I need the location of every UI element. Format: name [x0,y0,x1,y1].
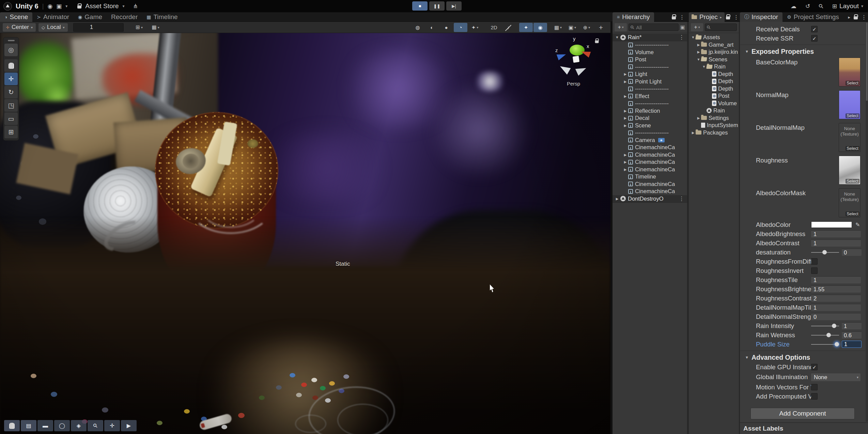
tab-recorder[interactable]: Recorder [107,12,142,22]
search-icon[interactable]: ⚲ [818,3,825,10]
hierarchy-item[interactable]: ▶ CinemachineCa [613,151,687,159]
tab-project-settings[interactable]: ⚙ Project Settings [782,12,843,22]
project-item[interactable]: ▼ Rain [689,63,739,71]
project-item[interactable]: ▶ Packages [689,129,739,137]
scene-visibility-toggle[interactable]: ◉ [533,23,547,32]
expand-arrow[interactable]: ▶ [696,43,701,47]
stop-button[interactable]: ■ [412,1,428,11]
hierarchy-item[interactable]: ▶ CinemachineCa [613,166,687,173]
expand-arrow[interactable]: ▶ [623,160,628,164]
slider-knob[interactable] [832,324,836,328]
hierarchy-item[interactable]: ▶ Reflection [613,107,687,115]
hierarchy-item[interactable]: CinemachineCa [613,144,687,151]
expand-arrow[interactable]: ▶ [623,94,628,98]
color-swatch[interactable] [811,221,852,228]
hierarchy-item[interactable]: Post [613,56,687,63]
slider-value-field[interactable] [842,341,862,348]
hierarchy-item[interactable]: ------------------ [613,63,687,71]
orientation-gizmo[interactable]: y x z Persp [555,35,600,90]
project-menu-icon[interactable]: ⋮ [733,14,739,20]
tool-pivot-dropdown[interactable]: ✛ Center ▾ [3,23,36,32]
layers-tool-button[interactable]: ◈ [71,420,87,431]
property-slider[interactable] [811,341,839,348]
rect-tool[interactable]: ▭ [4,112,18,125]
gizmo-lock-icon[interactable] [595,40,599,43]
project-item[interactable]: ▶ jp.keijiro.kin [689,48,739,56]
expand-arrow[interactable]: ▶ [696,50,701,54]
hierarchy-item[interactable]: CinemachineCa [613,181,687,188]
select-label[interactable]: Select [846,146,859,151]
expand-arrow[interactable]: ▶ [623,80,628,83]
detailnormalmap-thumbnail[interactable]: None (Texture) Select [839,123,861,152]
exposed-properties-header[interactable]: ▼ Exposed Properties [740,46,865,57]
project-create-button[interactable]: + ▾ [691,23,703,31]
pan-tool-button[interactable] [4,420,20,431]
property-checkbox[interactable] [811,267,818,274]
account-icon[interactable]: ◉ [47,3,52,9]
account-dropdown-caret[interactable]: ▾ [65,4,67,9]
project-item[interactable]: Depth [689,71,739,78]
grid-snap-toggle[interactable]: ⊞ ▾ [133,23,146,32]
x-axis-cone[interactable] [580,49,591,58]
project-search[interactable]: ⚲ [705,24,737,31]
property-checkbox[interactable] [811,384,818,390]
slider-value-field[interactable] [842,249,862,256]
advanced-options-header[interactable]: ▼ Advanced Options [740,352,865,362]
number-field[interactable] [811,239,861,247]
move-tool-button[interactable]: ✛ [104,420,120,431]
expand-arrow[interactable]: ▼ [696,58,701,61]
project-item[interactable]: ▶ Settings [689,114,739,122]
hierarchy-item[interactable]: ------------------ [613,129,687,137]
scene-menu-icon[interactable]: ⋮ [679,34,685,41]
property-checkbox[interactable] [811,35,818,42]
clapper-tool-button[interactable]: ▬ [37,420,53,431]
slider-knob[interactable] [826,333,831,337]
property-slider[interactable] [811,331,839,339]
gizmo-center-cube[interactable] [573,56,579,63]
scale-tool[interactable]: ◳ [4,99,18,112]
select-label[interactable]: Select [846,81,859,86]
inspector-lock-icon[interactable] [854,16,858,19]
expand-arrow[interactable]: ▶ [623,109,628,113]
select-label[interactable]: Select [846,212,859,216]
draw-mode-wireframe-icon[interactable]: ◍ [411,23,424,32]
property-checkbox[interactable] [811,26,818,32]
hierarchy-item[interactable]: Volume [613,49,687,56]
project-lock-icon[interactable] [726,16,730,19]
camera-overlay-dropdown[interactable]: ▣ ▾ [565,23,579,32]
select-label[interactable]: Select [846,113,859,118]
asset-store-menu[interactable]: Asset Store [85,2,119,10]
grid-overlay-dropdown[interactable]: ▦ ▾ [551,23,565,32]
add-overlay-button[interactable]: + [594,23,608,32]
project-item[interactable]: InputSystem [689,122,739,129]
dontdestroy-header-row[interactable]: ▶ DontDestroyO ⋮ [613,195,687,203]
property-checkbox[interactable] [811,364,818,370]
slider-knob[interactable] [822,250,827,254]
number-field[interactable] [811,304,861,311]
scene-header-row[interactable]: ▼ Rain* ⋮ [613,34,687,41]
expand-arrow[interactable]: ▶ [623,153,628,157]
tab-game[interactable]: ◉ Game [74,12,107,22]
hierarchy-item[interactable]: ▶ Decal [613,114,687,122]
hierarchy-item[interactable]: CinemachineCa [613,188,687,195]
project-item[interactable]: Depth [689,78,739,85]
tab-scene[interactable]: ◑ Scene [0,12,32,22]
project-search-input[interactable] [712,24,735,31]
scene-foldout[interactable]: ▼ [615,35,620,39]
asset-store-caret[interactable]: ▾ [123,4,125,9]
desaturation-slider[interactable] [811,249,839,256]
project-item[interactable]: Rain [689,107,739,114]
hierarchy-item[interactable]: ▶ Light [613,71,687,78]
hierarchy-item[interactable]: Camera ◉ [613,137,687,144]
move-tool[interactable]: ✛ [4,73,18,85]
number-field[interactable] [811,276,861,283]
select-label[interactable]: Select [846,179,859,184]
tab-animator[interactable]: ≻ Animator [32,12,74,22]
slider-value-field[interactable] [842,322,862,329]
project-item[interactable]: Post [689,92,739,100]
hierarchy-item[interactable]: ▶ Point Light [613,78,687,86]
axis-y-label[interactable]: y [573,36,576,42]
effects-toggle[interactable]: ✦ [519,23,533,32]
normalmap-thumbnail[interactable]: Select [839,90,861,119]
perspective-label[interactable]: Persp [567,81,580,87]
